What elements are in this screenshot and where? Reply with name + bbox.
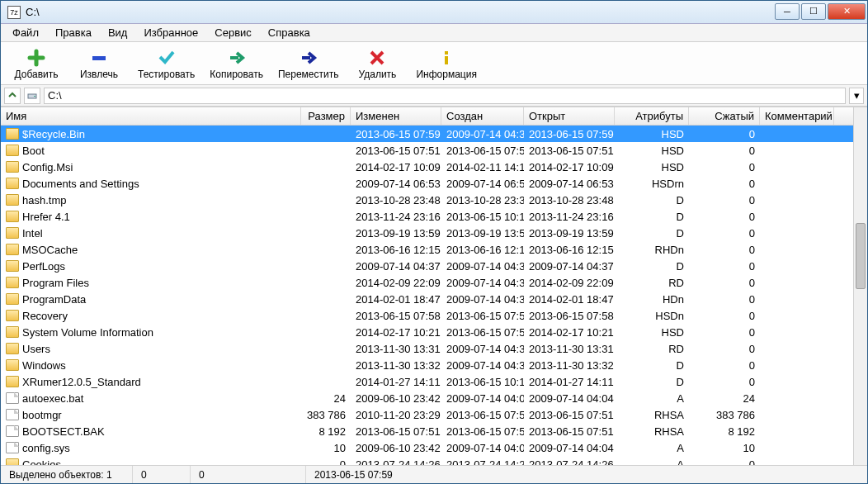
menu-вид[interactable]: Вид xyxy=(101,25,134,40)
cell-opn: 2014-02-09 22:09 xyxy=(524,277,615,289)
toolbar-delete-button[interactable]: Удалить xyxy=(348,45,406,82)
folder-icon xyxy=(6,145,19,156)
cell-crt: 2013-07-24 14:26 xyxy=(441,458,524,466)
table-row[interactable]: System Volume Information2014-02-17 10:2… xyxy=(1,324,853,340)
toolbar-extract-button[interactable]: Извлечь xyxy=(70,45,128,82)
cell-crt: 2009-07-14 04:37 xyxy=(441,343,524,355)
cell-mod: 2014-02-09 22:09 xyxy=(351,277,441,289)
add-icon xyxy=(27,47,45,69)
cell-attr: A xyxy=(615,458,689,466)
col-header-name[interactable]: Имя xyxy=(1,107,301,125)
folder-icon xyxy=(6,310,19,321)
menu-избранное[interactable]: Избранное xyxy=(137,25,205,40)
col-header-mod[interactable]: Изменен xyxy=(351,107,441,125)
cell-name: Intel xyxy=(1,227,301,240)
svg-rect-2 xyxy=(445,56,448,64)
menu-файл[interactable]: Файл xyxy=(6,25,45,40)
col-header-comm[interactable]: Комментарий xyxy=(760,107,834,125)
minimize-button[interactable]: ─ xyxy=(775,3,800,20)
cell-opn: 2014-02-01 18:47 xyxy=(524,293,615,306)
table-row[interactable]: Intel2013-09-19 13:592013-09-19 13:59201… xyxy=(1,225,853,241)
table-row[interactable]: Windows2013-11-30 13:322009-07-14 04:372… xyxy=(1,357,853,373)
cell-size: 0 xyxy=(301,458,351,466)
cell-name: Recovery xyxy=(1,310,301,322)
cell-mod: 2013-06-15 07:51 xyxy=(351,145,441,157)
table-row[interactable]: Documents and Settings2009-07-14 06:5320… xyxy=(1,175,853,192)
cell-pack: 10 xyxy=(689,442,760,454)
app-window: 7z C:\ ─ ☐ ✕ ФайлПравкаВидИзбранноеСерви… xyxy=(0,0,868,484)
cell-attr: HSD xyxy=(615,326,689,339)
cell-pack: 0 xyxy=(689,128,760,140)
table-row[interactable]: Hrefer 4.12013-11-24 23:162013-06-15 10:… xyxy=(1,208,853,225)
cell-name: XRumer12.0.5_Standard xyxy=(1,376,301,388)
column-headers: ИмяРазмерИзмененСозданОткрытАтрибутыСжат… xyxy=(1,107,853,126)
cell-pack: 0 xyxy=(689,343,760,355)
menu-сервис[interactable]: Сервис xyxy=(208,25,258,40)
col-header-size[interactable]: Размер xyxy=(301,107,351,125)
maximize-button[interactable]: ☐ xyxy=(801,3,826,20)
delete-icon xyxy=(368,47,386,69)
col-header-pack[interactable]: Сжатый xyxy=(689,107,760,125)
table-row[interactable]: Config.Msi2014-02-17 10:092014-02-11 14:… xyxy=(1,159,853,175)
cell-opn: 2009-07-14 04:37 xyxy=(524,260,615,273)
folder-icon xyxy=(6,293,19,305)
cell-mod: 2014-02-01 18:47 xyxy=(351,293,441,306)
address-input[interactable] xyxy=(44,88,846,104)
toolbar-move-button[interactable]: Переместить xyxy=(273,45,344,82)
cell-mod: 2014-02-17 10:21 xyxy=(351,326,441,339)
table-row[interactable]: Users2013-11-30 13:312009-07-14 04:37201… xyxy=(1,340,853,357)
status-selection: Выделено объектов: 1 xyxy=(1,466,133,483)
table-row[interactable]: ProgramData2014-02-01 18:472009-07-14 04… xyxy=(1,291,853,307)
table-row[interactable]: Recovery2013-06-15 07:582013-06-15 07:58… xyxy=(1,307,853,324)
cell-pack: 383 786 xyxy=(689,409,760,421)
folder-icon xyxy=(6,277,19,288)
cell-opn: 2014-02-17 10:21 xyxy=(524,326,615,339)
cell-mod: 2013-06-15 07:59 xyxy=(351,128,441,140)
toolbar-test-button[interactable]: Тестировать xyxy=(133,45,200,82)
cell-opn: 2014-02-17 10:09 xyxy=(524,161,615,173)
scroll-thumb[interactable] xyxy=(856,223,866,289)
col-header-crt[interactable]: Создан xyxy=(441,107,524,125)
cell-pack: 0 xyxy=(689,277,760,289)
cell-crt: 2013-06-15 07:51 xyxy=(441,409,524,421)
up-button[interactable] xyxy=(4,88,21,104)
table-row[interactable]: BOOTSECT.BAK8 1922013-06-15 07:512013-06… xyxy=(1,423,853,439)
cell-name: Hrefer 4.1 xyxy=(1,211,301,223)
cell-opn: 2013-06-15 07:51 xyxy=(524,425,615,438)
col-header-opn[interactable]: Открыт xyxy=(524,107,615,125)
titlebar[interactable]: 7z C:\ ─ ☐ ✕ xyxy=(1,1,867,24)
table-row[interactable]: PerfLogs2009-07-14 04:372009-07-14 04:37… xyxy=(1,258,853,274)
cell-attr: D xyxy=(615,194,689,206)
table-row[interactable]: Cookies02013-07-24 14:262013-07-24 14:26… xyxy=(1,456,853,465)
table-row[interactable]: bootmgr383 7862010-11-20 23:292013-06-15… xyxy=(1,406,853,423)
table-row[interactable]: hash.tmp2013-10-28 23:482013-10-28 23:38… xyxy=(1,192,853,208)
toolbar-info-button[interactable]: Информация xyxy=(411,45,481,82)
col-header-attr[interactable]: Атрибуты xyxy=(615,107,689,125)
cell-mod: 2013-11-30 13:32 xyxy=(351,359,441,372)
menu-правка[interactable]: Правка xyxy=(49,25,98,40)
table-row[interactable]: XRumer12.0.5_Standard2014-01-27 14:11201… xyxy=(1,373,853,390)
close-button[interactable]: ✕ xyxy=(828,3,866,20)
folder-icon xyxy=(6,359,19,371)
table-row[interactable]: config.sys102009-06-10 23:422009-07-14 0… xyxy=(1,439,853,456)
cell-pack: 0 xyxy=(689,194,760,206)
table-row[interactable]: Boot2013-06-15 07:512013-06-15 07:512013… xyxy=(1,142,853,159)
table-row[interactable]: $Recycle.Bin2013-06-15 07:592009-07-14 0… xyxy=(1,126,853,142)
folder-icon xyxy=(6,194,19,206)
vertical-scrollbar[interactable] xyxy=(853,107,867,465)
window-title: C:\ xyxy=(26,6,773,18)
menu-справка[interactable]: Справка xyxy=(262,25,317,40)
table-row[interactable]: Program Files2014-02-09 22:092009-07-14 … xyxy=(1,274,853,291)
cell-size: 383 786 xyxy=(301,409,351,421)
cell-name: Program Files xyxy=(1,277,301,289)
address-dropdown[interactable]: ▾ xyxy=(849,88,864,104)
file-list[interactable]: ИмяРазмерИзмененСозданОткрытАтрибутыСжат… xyxy=(1,107,853,465)
table-row[interactable]: MSOCache2013-06-16 12:152013-06-16 12:15… xyxy=(1,241,853,258)
cell-name: Windows xyxy=(1,359,301,372)
toolbar-add-button[interactable]: Добавить xyxy=(7,45,65,82)
toolbar-copy-button[interactable]: Копировать xyxy=(205,45,268,82)
folder-icon xyxy=(6,458,19,465)
cell-opn: 2009-07-14 04:04 xyxy=(524,392,615,405)
folder-icon xyxy=(6,260,19,272)
table-row[interactable]: autoexec.bat242009-06-10 23:422009-07-14… xyxy=(1,390,853,406)
